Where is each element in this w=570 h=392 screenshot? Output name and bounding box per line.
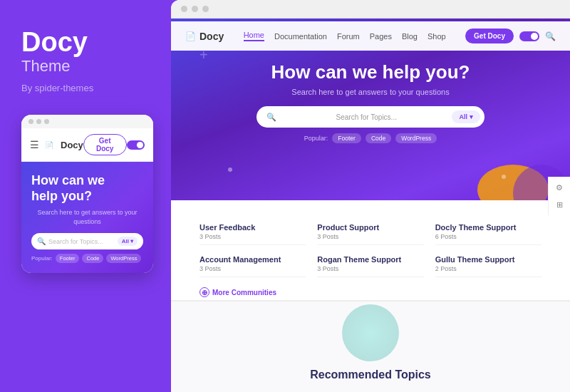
mobile-tag-footer[interactable]: Footer — [56, 254, 80, 263]
right-sidebar: ⚙ ⊞ — [548, 177, 570, 215]
nav-link-pages[interactable]: Pages — [370, 32, 392, 41]
nav-link-home[interactable]: Home — [244, 31, 264, 41]
browser-dot-2 — [192, 6, 198, 12]
mobile-hero-title: How can we help you? — [31, 173, 143, 204]
mobile-toggle[interactable] — [127, 140, 145, 150]
desktop-get-docy-button[interactable]: Get Docy — [465, 29, 514, 43]
cards-section: User Feedback 3 Posts Product Support 3 … — [171, 200, 570, 301]
mobile-search-all-btn[interactable]: All ▾ — [118, 237, 138, 246]
browser-bar — [171, 0, 570, 19]
mobile-toggle-thumb — [137, 142, 143, 148]
card-posts-3: 3 Posts — [200, 265, 306, 272]
desktop-all-button[interactable]: All ▾ — [452, 110, 480, 123]
card-title-1: Product Support — [317, 223, 423, 232]
card-title-0: User Feedback — [200, 223, 306, 232]
hero-dot-3 — [502, 175, 506, 179]
teal-blob — [342, 304, 399, 361]
recommended-section: Recommended Topics — [171, 301, 570, 392]
mobile-nav-left: ☰ 📄 Docy — [30, 139, 83, 150]
mobile-get-docy-button[interactable]: Get Docy — [83, 134, 127, 155]
card-title-5: Gullu Theme Support — [435, 255, 542, 264]
desktop-popular-label: Popular: — [304, 135, 328, 142]
desktop-search-icon[interactable]: 🔍 — [545, 31, 556, 41]
mobile-search-placeholder: Search for Topics... — [48, 238, 118, 245]
mobile-popular-label: Popular: — [31, 255, 53, 262]
card-posts-5: 2 Posts — [435, 265, 542, 272]
card-account-management: Account Management 3 Posts — [200, 251, 306, 277]
dot-2 — [36, 119, 41, 124]
hamburger-icon[interactable]: ☰ — [30, 139, 39, 150]
mobile-popular-row: Popular: Footer Code WordPress — [31, 254, 143, 263]
nav-link-shop[interactable]: Shop — [428, 32, 446, 41]
nav-link-blog[interactable]: Blog — [402, 32, 418, 41]
app-title: Docy — [21, 29, 88, 56]
card-gullu-theme: Gullu Theme Support 2 Posts — [435, 251, 542, 277]
mobile-nav: ☰ 📄 Docy Get Docy — [21, 128, 153, 162]
nav-link-forum[interactable]: Forum — [337, 32, 360, 41]
mobile-browser-dots — [21, 115, 153, 128]
browser-dot-1 — [181, 6, 187, 12]
card-title-2: Docly Theme Support — [435, 223, 542, 232]
recommended-title: Recommended Topics — [185, 368, 556, 381]
mobile-hero: How can we help you? Search here to get … — [21, 162, 153, 273]
card-posts-2: 6 Posts — [435, 233, 542, 240]
mobile-hero-subtitle: Search here to get answers to yourquesti… — [31, 208, 143, 226]
browser-dot-3 — [202, 6, 209, 12]
desktop-content: 📄 Docy Home Documentation Forum Pages Bl… — [171, 19, 570, 392]
desktop-search-container[interactable]: 🔍 Search for Topics... All ▾ — [256, 106, 484, 128]
mobile-mockup: ☰ 📄 Docy Get Docy How can we help you? S… — [21, 115, 153, 273]
desktop-hero-subtitle: Search here to get answers to your quest… — [185, 88, 556, 96]
more-communities-link[interactable]: ⊕ More Communities — [200, 287, 556, 297]
nav-link-documentation[interactable]: Documentation — [274, 32, 327, 41]
right-panel: 📄 Docy Home Documentation Forum Pages Bl… — [171, 0, 570, 392]
sidebar-grid-icon[interactable]: ⊞ — [551, 197, 567, 212]
left-panel: Docy Theme By spider-themes ☰ 📄 Docy Get… — [0, 0, 171, 392]
card-docly-theme: Docly Theme Support 6 Posts — [435, 219, 542, 245]
mobile-logo: Docy — [61, 140, 83, 150]
dot-1 — [28, 119, 33, 124]
app-author: By spider-themes — [21, 83, 93, 93]
hero-dot-2 — [228, 167, 232, 172]
card-title-3: Account Management — [200, 255, 306, 264]
mobile-search-bar[interactable]: 🔍 Search for Topics... All ▾ — [31, 233, 143, 249]
sidebar-gear-icon[interactable]: ⚙ — [551, 180, 567, 195]
desktop-tag-code[interactable]: Code — [366, 133, 391, 143]
more-communities-icon: ⊕ — [200, 287, 209, 297]
desktop-tag-wordpress[interactable]: WordPress — [395, 133, 437, 143]
card-posts-0: 3 Posts — [200, 233, 306, 240]
desktop-cards-grid: User Feedback 3 Posts Product Support 3 … — [185, 207, 556, 284]
desktop-toggle-thumb — [531, 33, 538, 40]
mobile-tag-code[interactable]: Code — [82, 254, 103, 263]
desktop-nav-links: Home Documentation Forum Pages Blog Shop — [244, 31, 446, 41]
mobile-logo-icon: 📄 — [45, 141, 53, 149]
card-rogan-theme: Rogan Theme Support 3 Posts — [317, 251, 423, 277]
desktop-search-icon-inner: 🔍 — [266, 113, 276, 122]
app-subtitle: Theme — [21, 57, 70, 76]
desktop-toggle[interactable] — [519, 31, 539, 41]
card-title-4: Rogan Theme Support — [317, 255, 423, 264]
mobile-search-icon: 🔍 — [37, 237, 46, 245]
desktop-hero-title: How can we help you? — [185, 61, 556, 83]
desktop-nav-right: Get Docy 🔍 — [465, 29, 556, 43]
desktop-nav: 📄 Docy Home Documentation Forum Pages Bl… — [171, 21, 570, 51]
card-posts-1: 3 Posts — [317, 233, 423, 240]
desktop-search-input[interactable]: Search for Topics... — [281, 113, 452, 121]
mobile-tag-wordpress[interactable]: WordPress — [106, 254, 141, 263]
card-product-support: Product Support 3 Posts — [317, 219, 423, 245]
dot-3 — [44, 119, 49, 124]
desktop-logo: 📄 Docy — [185, 31, 224, 42]
desktop-logo-icon: 📄 — [185, 31, 196, 41]
card-user-feedback: User Feedback 3 Posts — [200, 219, 306, 245]
card-posts-4: 3 Posts — [317, 265, 423, 272]
desktop-tag-footer[interactable]: Footer — [332, 133, 361, 143]
desktop-popular-row: Popular: Footer Code WordPress — [185, 133, 556, 143]
